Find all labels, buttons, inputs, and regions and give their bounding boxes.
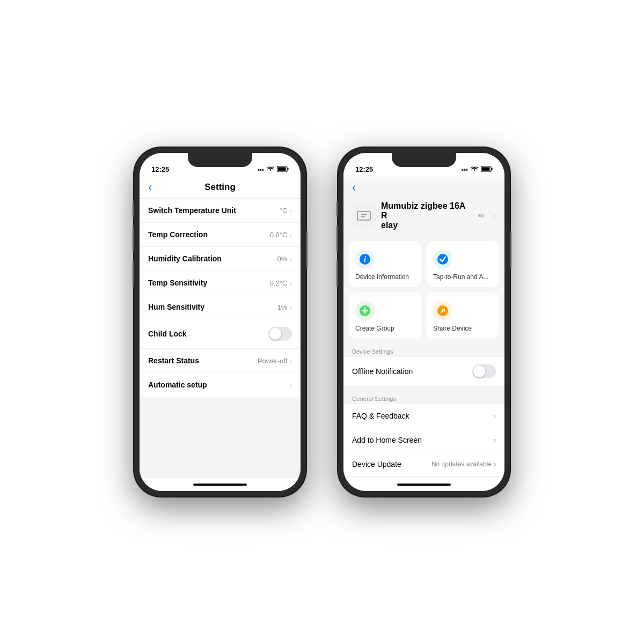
device-update-chevron: › [494,460,496,468]
row-switch-temp-value: °C › [280,206,292,215]
switch-temp-val: °C [280,207,288,215]
battery-icon-2 [481,166,493,173]
row-automatic-setup-value: › [289,380,292,389]
device-update-val: No updates available [431,460,492,468]
home-indicator-2 [343,478,504,491]
device-settings-section-header: Device Settings [343,344,504,357]
nav-title-1: Setting [204,182,236,193]
status-icons-2: ▪▪▪ [462,166,493,173]
share-device-icon [433,301,452,320]
temp-sensitivity-val: 0.2°C [270,279,288,287]
device-name-row: Mumubiz zigbee 16A Relay ✏ › [352,201,496,230]
device-icon [352,204,376,228]
hum-sensitivity-val: 1% [277,303,288,311]
row-hum-sensitivity[interactable]: Hum Sensitivity 1% › [140,295,301,319]
temp-correction-chevron: › [289,230,292,239]
row-hum-sensitivity-label: Hum Sensitivity [148,303,204,311]
action-card-tap-to-run[interactable]: Tap-to-Run and A... [427,241,499,287]
offline-notification-label: Offline Notification [352,367,413,376]
wifi-icon-1 [267,166,274,173]
row-automatic-setup[interactable]: Automatic setup › [140,373,301,397]
row-temp-correction-value: 0.0°C › [270,230,292,239]
device-name-text: Mumubiz zigbee 16A Relay [381,201,473,230]
row-restart-status-value: Power-off › [258,356,292,365]
status-icons-1: ▪▪▪ [258,166,289,173]
device-update-label: Device Update [352,460,401,469]
faq-feedback-chevron: › [494,412,496,420]
action-card-share-device[interactable]: Share Device [427,292,499,339]
restart-status-val: Power-off [258,357,287,365]
create-group-icon [355,301,375,320]
row-child-lock-label: Child Lock [148,330,187,338]
row-restart-status-label: Restart Status [148,356,199,365]
child-lock-toggle-knob [269,328,281,340]
humidity-cal-chevron: › [289,254,292,263]
device-update-value: No updates available › [431,460,496,468]
action-label-share-device: Share Device [433,325,472,332]
device-settings-list: Offline Notification [343,357,504,386]
settings-section-1: Switch Temperature Unit °C › Temp Correc… [140,199,301,397]
row-hum-sensitivity-value: 1% › [277,303,292,311]
row-temp-sensitivity[interactable]: Temp Sensitivity 0.2°C › [140,271,301,295]
temp-correction-val: 0.0°C [270,231,288,239]
hum-sensitivity-chevron: › [289,303,292,311]
offline-notification-toggle-knob [473,365,485,377]
add-home-screen-chevron: › [494,436,496,444]
action-label-device-info: Device Information [355,273,409,281]
child-lock-toggle[interactable] [268,327,292,341]
back-button-1[interactable]: ‹ [148,180,152,194]
svg-rect-5 [482,167,490,171]
row-switch-temp[interactable]: Switch Temperature Unit °C › [140,199,301,223]
general-settings-section-header: General Settings [343,391,504,404]
automatic-setup-chevron: › [289,380,292,389]
humidity-cal-val: 0% [277,255,288,263]
phone-2: 12:25 ▪▪▪ [338,148,510,496]
switch-temp-chevron: › [289,206,292,215]
row-humidity-cal[interactable]: Humidity Calibration 0% › [140,247,301,271]
temp-sensitivity-chevron: › [289,279,292,287]
row-device-update[interactable]: Device Update No updates available › [343,452,504,476]
action-card-device-info[interactable]: i Device Information [349,241,421,287]
back-button-2[interactable]: ‹ [352,181,356,195]
wifi-icon-2 [471,166,478,173]
settings-list-1: Switch Temperature Unit °C › Temp Correc… [140,199,301,478]
row-humidity-cal-label: Humidity Calibration [148,254,222,263]
notch-1 [188,153,252,167]
battery-icon-1 [277,166,289,173]
edit-icon[interactable]: ✏ [478,211,485,220]
signal-icon-2: ▪▪▪ [462,166,468,173]
faq-feedback-chevron-icon: › [494,412,496,420]
device-nav-chevron: › [493,211,496,220]
svg-rect-6 [357,211,370,220]
nav-header-2: ‹ [343,177,504,199]
row-faq-feedback[interactable]: FAQ & Feedback › [343,404,504,428]
offline-notification-toggle[interactable] [472,364,496,378]
svg-rect-4 [492,168,493,171]
home-indicator-1 [140,478,301,491]
action-card-create-group[interactable]: Create Group [349,292,421,339]
row-temp-correction[interactable]: Temp Correction 0.0°C › [140,223,301,247]
restart-status-chevron: › [289,356,292,365]
row-humidity-cal-value: 0% › [277,254,292,263]
svg-rect-2 [278,167,286,171]
status-time-1: 12:25 [151,165,169,173]
row-restart-status[interactable]: Restart Status Power-off › [140,349,301,373]
status-time-2: 12:25 [355,165,373,173]
add-home-screen-label: Add to Home Screen [352,436,422,444]
home-bar-1 [193,484,247,486]
notch-2 [392,153,456,167]
phone-1: 12:25 ▪▪▪ [134,148,306,496]
nav-header-1: ‹ Setting [140,177,301,199]
row-temp-correction-label: Temp Correction [148,230,208,239]
row-temp-sensitivity-value: 0.2°C › [270,279,292,287]
scene: 12:25 ▪▪▪ [134,148,510,496]
row-offline-notification[interactable]: Offline Notification [343,357,504,386]
row-add-home-screen[interactable]: Add to Home Screen › [343,428,504,452]
row-child-lock[interactable]: Child Lock [140,319,301,349]
svg-point-11 [437,254,448,265]
device-header: Mumubiz zigbee 16A Relay ✏ › [343,199,504,236]
home-bar-2 [397,484,451,486]
faq-feedback-label: FAQ & Feedback [352,412,409,420]
action-grid: i Device Information Tap-to-Run and [343,236,504,344]
action-label-tap-to-run: Tap-to-Run and A... [433,273,488,281]
